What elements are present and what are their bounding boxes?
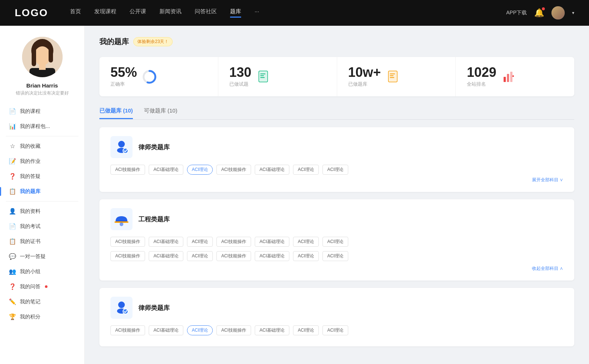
eng-tag-12[interactable]: ACI基础理论 xyxy=(255,251,289,261)
stat-done-questions-text: 130 已做试题 xyxy=(229,66,251,88)
nav-home[interactable]: 首页 xyxy=(70,8,81,18)
eng-tag-2[interactable]: ACI基础理论 xyxy=(149,237,183,247)
sidebar-menu: 📄 我的课程 📊 我的课程包... ☆ 我的收藏 📝 我的作业 ❓ 我的答疑 � xyxy=(0,104,84,324)
tag-1[interactable]: ACI技能操作 xyxy=(110,165,145,175)
svg-rect-12 xyxy=(260,75,264,76)
sidebar-item-course-packages[interactable]: 📊 我的课程包... xyxy=(0,119,84,134)
l2-tag-4[interactable]: ACI技能操作 xyxy=(216,325,251,335)
tag-7[interactable]: ACI理论 xyxy=(322,165,348,175)
exam-icon: 📄 xyxy=(9,223,16,230)
l2-tag-5[interactable]: ACI基础理论 xyxy=(255,325,289,335)
logo: LOGO xyxy=(15,7,48,19)
sidebar-item-group[interactable]: 👥 我的小组 xyxy=(0,264,84,279)
sidebar-label-tutoring: 一对一答疑 xyxy=(20,253,46,260)
nav-more[interactable]: ··· xyxy=(254,8,259,18)
sidebar-item-certificate[interactable]: 📋 我的证书 xyxy=(0,234,84,249)
l2-tag-6[interactable]: ACI理论 xyxy=(293,325,319,335)
tab-available-banks[interactable]: 可做题库 (10) xyxy=(144,107,177,119)
stat-ranking-value: 1029 xyxy=(467,66,496,79)
main-content: 我的题库 体验剩余23天！ 55% 正确率 xyxy=(85,26,589,364)
nav-bank[interactable]: 题库 xyxy=(230,8,241,18)
eng-tag-3[interactable]: ACI理论 xyxy=(187,237,213,247)
eng-tag-6[interactable]: ACI理论 xyxy=(293,237,319,247)
eng-tag-9[interactable]: ACI基础理论 xyxy=(149,251,183,261)
sidebar-item-my-courses[interactable]: 📄 我的课程 xyxy=(0,104,84,119)
tag-4[interactable]: ACI技能操作 xyxy=(216,165,251,175)
stat-done-banks-label: 已做题库 xyxy=(348,81,381,88)
sidebar-label-my-courses: 我的课程 xyxy=(20,108,40,115)
nav-open-course[interactable]: 公开课 xyxy=(130,8,146,18)
sidebar-label-group: 我的小组 xyxy=(20,268,40,275)
eng-tag-10[interactable]: ACI理论 xyxy=(187,251,213,261)
homework-icon: 📝 xyxy=(9,158,16,165)
sidebar-item-my-questions[interactable]: ❓ 我的问答 xyxy=(0,279,84,294)
l2-tag-1[interactable]: ACI技能操作 xyxy=(110,325,145,335)
expand-footer-lawyer-1[interactable]: 展开全部科目 ∨ xyxy=(110,177,563,183)
svg-rect-16 xyxy=(390,74,395,74)
l2-tag-2[interactable]: ACI基础理论 xyxy=(149,325,183,335)
eng-tag-13[interactable]: ACI理论 xyxy=(293,251,319,261)
eng-tag-1[interactable]: ACI技能操作 xyxy=(110,237,145,247)
svg-rect-18 xyxy=(390,77,394,78)
eng-tag-5[interactable]: ACI基础理论 xyxy=(255,237,289,247)
sidebar-label-certificate: 我的证书 xyxy=(20,238,40,245)
eng-tag-14[interactable]: ACI理论 xyxy=(322,251,348,261)
sidebar-item-profile[interactable]: 👤 我的资料 xyxy=(0,204,84,219)
svg-point-23 xyxy=(118,141,125,147)
l2-tag-7[interactable]: ACI理论 xyxy=(322,325,348,335)
question-icon: ❓ xyxy=(9,173,16,180)
svg-rect-14 xyxy=(388,71,397,82)
eng-tag-4[interactable]: ACI技能操作 xyxy=(216,237,251,247)
sidebar-item-exam[interactable]: 📄 我的考试 xyxy=(0,219,84,234)
collapse-footer-engineering[interactable]: 收起全部科目 ∧ xyxy=(110,265,563,272)
user-avatar[interactable] xyxy=(551,6,565,19)
sidebar-item-questions[interactable]: ❓ 我的答疑 xyxy=(0,169,84,184)
sidebar-item-points[interactable]: 🏆 我的积分 xyxy=(0,309,84,324)
stat-ranking-text: 1029 全站排名 xyxy=(467,66,496,88)
sidebar-label-favorites: 我的收藏 xyxy=(20,143,40,150)
sidebar-label-notes: 我的笔记 xyxy=(20,299,40,305)
nav-courses[interactable]: 发现课程 xyxy=(94,8,116,18)
tab-done-banks[interactable]: 已做题库 (10) xyxy=(99,107,133,119)
notification-bell[interactable]: 🔔 xyxy=(534,8,544,18)
lawyer-icon xyxy=(110,136,133,158)
eng-tag-11[interactable]: ACI技能操作 xyxy=(216,251,251,261)
svg-rect-11 xyxy=(260,74,265,74)
my-question-icon: ❓ xyxy=(9,283,16,290)
sidebar-item-bank[interactable]: 📋 我的题库 xyxy=(0,184,84,199)
sidebar-item-notes[interactable]: ✏️ 我的笔记 xyxy=(0,294,84,309)
tag-5[interactable]: ACI基础理论 xyxy=(255,165,289,175)
nav-news[interactable]: 新闻资讯 xyxy=(159,8,181,18)
sidebar-label-homework: 我的作业 xyxy=(20,158,40,165)
question-badge xyxy=(45,285,47,288)
tag-3[interactable]: ACI理论 xyxy=(187,165,213,175)
eng-tag-7[interactable]: ACI理论 xyxy=(322,237,348,247)
stat-accuracy: 55% 正确率 xyxy=(99,57,218,96)
sidebar-item-homework[interactable]: 📝 我的作业 xyxy=(0,154,84,169)
svg-rect-19 xyxy=(504,77,506,82)
avatar-chevron-icon[interactable]: ▾ xyxy=(572,10,574,15)
l2-tag-3[interactable]: ACI理论 xyxy=(187,325,213,335)
nav-qa[interactable]: 问答社区 xyxy=(195,8,217,18)
sidebar: Brian Harris 错误的决定比没有决定要好 📄 我的课程 📊 我的课程包… xyxy=(0,26,85,364)
nav-links: 首页 发现课程 公开课 新闻资讯 问答社区 题库 ··· xyxy=(70,8,506,18)
svg-rect-4 xyxy=(49,48,53,63)
sidebar-label-exam: 我的考试 xyxy=(20,223,40,230)
tag-2[interactable]: ACI基础理论 xyxy=(149,165,183,175)
stat-done-banks: 10w+ 已做题库 xyxy=(337,57,456,96)
sidebar-item-favorites[interactable]: ☆ 我的收藏 xyxy=(0,139,84,154)
sidebar-label-points: 我的积分 xyxy=(20,314,40,320)
qb-header-engineering: 工程类题库 xyxy=(110,208,563,230)
bar-chart-icon xyxy=(501,69,516,84)
points-icon: 🏆 xyxy=(9,313,16,320)
svg-point-30 xyxy=(118,301,125,308)
app-download-link[interactable]: APP下载 xyxy=(506,10,527,16)
tutoring-icon: 💬 xyxy=(9,253,16,260)
tag-6[interactable]: ACI理论 xyxy=(293,165,319,175)
page-body: Brian Harris 错误的决定比没有决定要好 📄 我的课程 📊 我的课程包… xyxy=(0,26,589,364)
sidebar-item-tutoring[interactable]: 💬 一对一答疑 xyxy=(0,249,84,264)
svg-rect-20 xyxy=(507,74,509,82)
eng-tag-8[interactable]: ACI技能操作 xyxy=(110,251,145,261)
bank-icon: 📋 xyxy=(9,188,16,195)
svg-rect-3 xyxy=(32,48,36,66)
